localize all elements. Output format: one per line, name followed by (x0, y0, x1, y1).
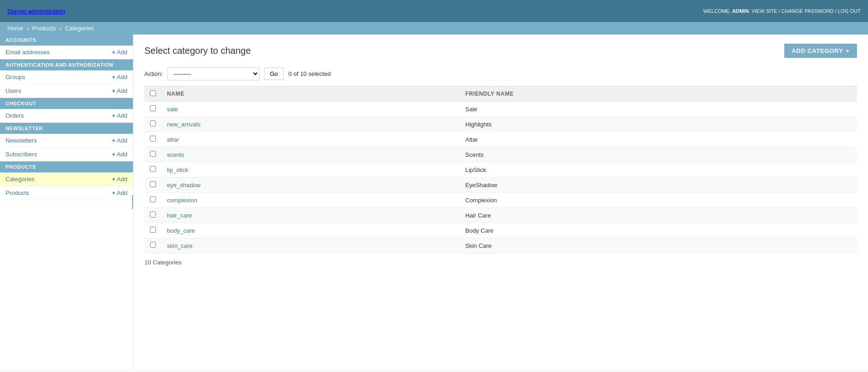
row-checkbox[interactable] (150, 120, 156, 126)
table-row: complexionComplexion (144, 193, 857, 208)
sidebar-item-products[interactable]: Products + Add (0, 186, 133, 200)
content-header: Select category to change ADD CATEGORY + (144, 44, 857, 58)
row-checkbox[interactable] (150, 196, 156, 202)
category-name-link[interactable]: hair_care (167, 212, 192, 219)
category-name-link[interactable]: scents (167, 151, 184, 158)
go-button[interactable]: Go (264, 68, 284, 80)
row-checkbox[interactable] (150, 242, 156, 248)
newsletters-link[interactable]: Newsletters (6, 137, 37, 144)
category-name-link[interactable]: eye_shadow (167, 182, 201, 189)
row-checkbox-cell (144, 117, 161, 132)
sidebar-item-orders[interactable]: Orders + Add (0, 109, 133, 123)
orders-link[interactable]: Orders (6, 112, 24, 119)
row-friendly-name: Scents (460, 147, 857, 162)
category-name-link[interactable]: new_arrivals (167, 121, 201, 128)
category-name-link[interactable]: sale (167, 106, 178, 113)
row-checkbox[interactable] (150, 227, 156, 233)
email-addresses-link[interactable]: Email addresses (6, 49, 50, 56)
row-name: complexion (161, 193, 460, 208)
row-friendly-name: Attar (460, 132, 857, 147)
brand-link[interactable]: Django administration (7, 8, 65, 15)
newsletter-header: NEWSLETTER (0, 123, 133, 134)
breadcrumb: Home › Products › Categories (0, 22, 868, 34)
row-checkbox[interactable] (150, 151, 156, 157)
welcome-text: WELCOME, (703, 8, 731, 14)
checkout-header: CHECKOUT (0, 98, 133, 109)
add-newsletters-link[interactable]: + Add (112, 137, 127, 144)
row-checkbox[interactable] (150, 181, 156, 187)
table-row: saleSale (144, 102, 857, 117)
table-row: hair_careHair Care (144, 208, 857, 223)
row-friendly-name: Highlights (460, 117, 857, 132)
log-out-link[interactable]: LOG OUT (838, 8, 861, 14)
row-checkbox[interactable] (150, 212, 156, 217)
table-row: lip_stickLipStick (144, 162, 857, 177)
row-checkbox-cell (144, 193, 161, 208)
row-checkbox-cell (144, 147, 161, 162)
products-link[interactable]: Products (6, 189, 29, 196)
row-name: skin_care (161, 238, 460, 253)
users-link[interactable]: Users (6, 87, 21, 94)
change-password-link[interactable]: CHANGE PASSWORD (782, 8, 834, 14)
groups-link[interactable]: Groups (6, 74, 25, 80)
category-name-link[interactable]: complexion (167, 197, 197, 204)
select-all-checkbox[interactable] (150, 90, 156, 96)
category-name-link[interactable]: lip_stick (167, 166, 188, 173)
row-checkbox[interactable] (150, 166, 156, 172)
table-row: new_arrivalsHighlights (144, 117, 857, 132)
add-groups-link[interactable]: + Add (112, 74, 127, 80)
row-name: lip_stick (161, 162, 460, 177)
row-name: eye_shadow (161, 177, 460, 193)
sidebar-item-subscribers[interactable]: Subscribers + Add (0, 148, 133, 161)
row-checkbox[interactable] (150, 105, 156, 111)
row-friendly-name: Complexion (460, 193, 857, 208)
add-subscribers-link[interactable]: + Add (112, 151, 127, 158)
add-products-link[interactable]: + Add (112, 189, 127, 196)
row-name: hair_care (161, 208, 460, 223)
row-checkbox-cell (144, 177, 161, 193)
table-body: saleSalenew_arrivalsHighlightsattarAttar… (144, 102, 857, 253)
row-friendly-name: Hair Care (460, 208, 857, 223)
add-category-button[interactable]: ADD CATEGORY + (784, 44, 857, 58)
sidebar-item-newsletters[interactable]: Newsletters + Add (0, 134, 133, 148)
category-name-link[interactable]: skin_care (167, 242, 193, 249)
sidebar-item-categories[interactable]: Categories + Add (0, 172, 133, 186)
sidebar-item-groups[interactable]: Groups + Add (0, 70, 133, 84)
breadcrumb-products[interactable]: Products (32, 25, 56, 32)
action-select[interactable]: --------- (167, 67, 259, 80)
add-category-icon: + (846, 47, 850, 54)
selection-info: 0 of 10 selected (288, 70, 331, 77)
row-checkbox[interactable] (150, 136, 156, 142)
table-row: scentsScents (144, 147, 857, 162)
add-email-addresses-link[interactable]: + Add (112, 49, 127, 56)
table-row: skin_careSkin Care (144, 238, 857, 253)
category-name-link[interactable]: attar (167, 136, 179, 143)
action-label: Action: (144, 70, 163, 77)
categories-link[interactable]: Categories (6, 176, 34, 183)
add-orders-link[interactable]: + Add (112, 112, 127, 119)
user-tools: WELCOME, ADMIN. VIEW SITE / CHANGE PASSW… (703, 8, 861, 14)
add-categories-link[interactable]: + Add (112, 176, 127, 183)
friendly-name-col-header: FRIENDLY NAME (460, 86, 857, 102)
breadcrumb-home[interactable]: Home (7, 25, 23, 32)
table-row: attarAttar (144, 132, 857, 147)
table-header: NAME FRIENDLY NAME (144, 86, 857, 102)
row-checkbox-cell (144, 162, 161, 177)
username: ADMIN (732, 8, 749, 14)
row-friendly-name: Skin Care (460, 238, 857, 253)
breadcrumb-current: Categories (65, 25, 94, 32)
category-name-link[interactable]: body_care (167, 227, 195, 234)
row-friendly-name: LipStick (460, 162, 857, 177)
name-col-header: NAME (161, 86, 460, 102)
table-row: body_careBody Care (144, 223, 857, 238)
view-site-link[interactable]: VIEW SITE (752, 8, 777, 14)
sidebar-item-email-addresses[interactable]: Email addresses + Add (0, 46, 133, 59)
add-users-link[interactable]: + Add (112, 87, 127, 94)
sidebar: ACCOUNTS Email addresses + Add AUTHENTIC… (0, 34, 133, 370)
row-name: body_care (161, 223, 460, 238)
subscribers-link[interactable]: Subscribers (6, 151, 37, 158)
main-content: Select category to change ADD CATEGORY +… (133, 34, 868, 370)
sidebar-item-users[interactable]: Users + Add (0, 84, 133, 98)
sidebar-collapse-toggle[interactable]: « (132, 195, 133, 209)
select-all-col (144, 86, 161, 102)
